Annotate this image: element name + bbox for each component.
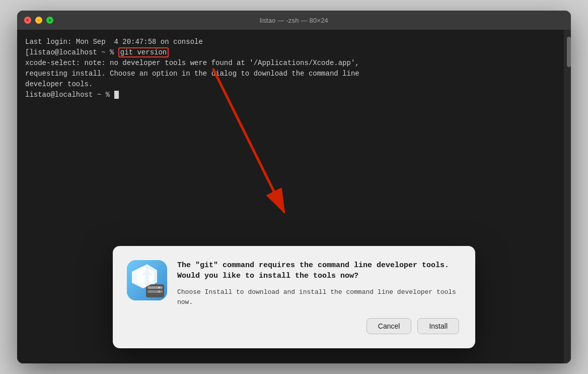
svg-point-8 xyxy=(158,291,160,293)
terminal-line-2: [listao@localhost ~ % git version xyxy=(25,47,563,58)
dialog-text-area: The "git" command requires the command l… xyxy=(177,260,459,307)
svg-point-7 xyxy=(158,287,160,289)
dialog-icon xyxy=(127,260,167,300)
scrollbar-thumb[interactable] xyxy=(567,37,571,67)
terminal-line-6: listao@localhost ~ % xyxy=(25,90,563,100)
minimize-button[interactable]: − xyxy=(35,17,42,24)
terminal-line-5: developer tools. xyxy=(25,79,563,90)
xcode-icon xyxy=(127,260,167,300)
window-title: listao — -zsh — 80×24 xyxy=(260,17,328,24)
scrollbar[interactable] xyxy=(564,30,571,363)
dialog-body: Choose Install to download and install t… xyxy=(177,287,459,307)
install-tools-dialog[interactable]: The "git" command requires the command l… xyxy=(113,246,475,348)
traffic-lights: ✕ − ● xyxy=(24,17,53,24)
cancel-button[interactable]: Cancel xyxy=(366,318,412,334)
terminal-body[interactable]: Last login: Mon Sep 4 20:47:58 on consol… xyxy=(17,30,571,363)
close-button[interactable]: ✕ xyxy=(24,17,31,24)
svg-marker-3 xyxy=(142,268,152,285)
terminal-line-1: Last login: Mon Sep 4 20:47:58 on consol… xyxy=(25,37,563,47)
dialog-buttons: Cancel Install xyxy=(127,318,459,334)
dialog-title: The "git" command requires the command l… xyxy=(177,260,459,281)
icon-svg xyxy=(127,260,167,300)
title-bar: ✕ − ● listao — -zsh — 80×24 xyxy=(17,11,571,30)
install-button[interactable]: Install xyxy=(417,318,459,334)
terminal-window: ✕ − ● listao — -zsh — 80×24 Last login: … xyxy=(17,11,571,363)
terminal-line-3: xcode-select: note: no developer tools w… xyxy=(25,58,563,69)
dialog-content: The "git" command requires the command l… xyxy=(127,260,459,307)
git-command-highlight: git version xyxy=(118,47,169,57)
terminal-line-4: requesting install. Choose an option in … xyxy=(25,69,563,79)
maximize-button[interactable]: ● xyxy=(46,17,53,24)
